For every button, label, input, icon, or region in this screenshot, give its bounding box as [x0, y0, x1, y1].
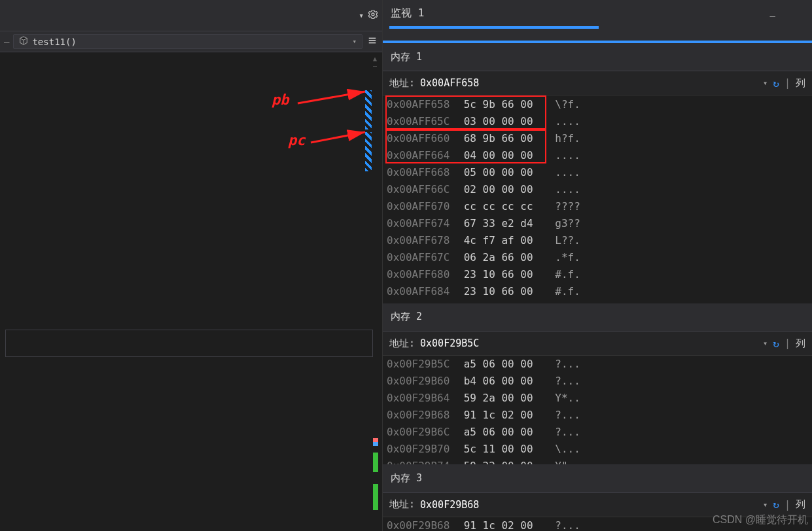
split-icon[interactable] [366, 35, 378, 48]
columns-label[interactable]: 列 [796, 337, 805, 350]
mem-ascii: #.f. [542, 268, 580, 281]
mem-ascii: .*f. [542, 251, 580, 264]
columns-label[interactable]: 列 [796, 77, 805, 90]
mem-addr: 0x00F29B6C [387, 426, 457, 438]
memory-row[interactable]: 0x00F29B64 59 2a 00 00 Y*.. [383, 390, 812, 407]
mem-ascii: .... [542, 183, 580, 196]
mem-addr: 0x00F29B74 [387, 460, 457, 464]
minimap[interactable] [373, 438, 378, 530]
address-label: 地址: [389, 77, 415, 90]
memory-row[interactable]: 0x00F29B5C a5 06 00 00 ?... [383, 356, 812, 373]
memory-row[interactable]: 0x00AFF674 67 33 e2 d4 g3?? [383, 214, 812, 231]
memory-row[interactable]: 0x00AFF680 23 10 66 00 #.f. [383, 266, 812, 283]
mem-addr: 0x00AFF678 [387, 234, 457, 247]
refresh-icon[interactable]: ↻ [773, 77, 779, 90]
memory-row[interactable]: 0x00AFF67C 06 2a 66 00 .*f. [383, 248, 812, 266]
annotation-pb: pb [272, 92, 289, 108]
address-value[interactable]: 0x00AFF658 [420, 77, 758, 89]
scroll-hint: ▲– [370, 55, 380, 69]
mem-bytes: 5c 9b 66 00 [457, 98, 542, 111]
mem-bytes: 04 00 00 00 [457, 149, 542, 162]
address-value[interactable]: 0x00F29B68 [420, 499, 758, 511]
mem-addr: 0x00AFF65C [387, 115, 457, 128]
memory3-title: 内存 3 [391, 472, 422, 485]
breadcrumb-row: – test11() ▾ [0, 31, 382, 52]
dropdown-chevron-icon[interactable]: ▾ [359, 10, 364, 20]
chevron-down-icon[interactable]: ▾ [763, 78, 768, 88]
memory1-body[interactable]: 0x00AFF658 5c 9b 66 00 \?f.0x00AFF65C 03… [383, 95, 812, 303]
editor-body[interactable]: ▲– pb pc [0, 52, 382, 531]
memory1-address-row: 地址: 0x00AFF658 ▾ ↻ | 列 [383, 71, 812, 95]
mem-addr: 0x00F29B68 [387, 519, 457, 531]
mem-ascii: h?f. [542, 132, 580, 145]
code-editor-pane: ▾ – test11() ▾ ▲– pb [0, 0, 383, 531]
breadcrumb-text: test11() [32, 37, 348, 47]
mem-addr: 0x00AFF688 [387, 302, 457, 303]
memory-row[interactable]: 0x00F29B60 b4 06 00 00 ?... [383, 373, 812, 390]
memory-row[interactable]: 0x00F29B68 91 1c 02 00 ?... [383, 407, 812, 424]
mem-ascii: ?... [542, 519, 580, 531]
arrow-pb [294, 85, 373, 118]
memory-row[interactable]: 0x00AFF65C 03 00 00 00 .... [383, 112, 812, 129]
svg-rect-1 [369, 38, 376, 39]
svg-rect-2 [369, 43, 376, 44]
memory-row[interactable]: 0x00AFF658 5c 9b 66 00 \?f. [383, 95, 812, 112]
watch-title: 监视 1 [391, 7, 424, 20]
chevron-down-icon[interactable]: ▾ [763, 500, 768, 509]
memory-row[interactable]: 0x00AFF684 23 10 66 00 #.f. [383, 283, 812, 300]
memory2-body[interactable]: 0x00F29B5C a5 06 00 00 ?...0x00F29B60 b4… [383, 356, 812, 464]
watermark: CSDN @睡觉待开机 [713, 513, 808, 527]
refresh-icon[interactable]: ↻ [773, 337, 779, 350]
memory-row[interactable]: 0x00AFF664 04 00 00 00 .... [383, 146, 812, 163]
mem-bytes: cc cc cc cc [457, 200, 542, 213]
mem-addr: 0x00AFF680 [387, 268, 457, 281]
mem-addr: 0x00F29B64 [387, 392, 457, 404]
memory1-header[interactable]: 内存 1 [383, 43, 812, 72]
memory2-header[interactable]: 内存 2 [383, 303, 812, 332]
mem-bytes: 59 2a 00 00 [457, 392, 542, 404]
mem-addr: 0x00AFF670 [387, 200, 457, 213]
watch-selected-underline [389, 26, 599, 29]
mem-bytes: 91 1c 02 00 [457, 519, 542, 531]
columns-label[interactable]: 列 [796, 498, 805, 511]
mem-addr: 0x00AFF684 [387, 285, 457, 298]
mem-bytes: 59 22 00 00 [457, 460, 542, 464]
divider: | [785, 77, 790, 89]
mem-ascii: ?... [542, 358, 580, 370]
divider: | [785, 337, 790, 349]
chevron-down-icon[interactable]: ▾ [763, 339, 768, 348]
mem-ascii: ???? [542, 200, 580, 213]
mem-ascii: ?... [542, 409, 580, 421]
panel-blue-strip [383, 41, 812, 43]
watch-panel: 监视 1 – [383, 0, 812, 43]
memory-row[interactable]: 0x00F29B6C a5 06 00 00 ?... [383, 424, 812, 441]
memory-row[interactable]: 0x00AFF66C 02 00 00 00 .... [383, 180, 812, 197]
mem-bytes: 23 10 66 00 [457, 268, 542, 281]
memory-row[interactable]: 0x00AFF660 68 9b 66 00 h?f. [383, 129, 812, 146]
memory-row[interactable]: 0x00AFF688 00 e0 8f 00 .??. [383, 300, 812, 303]
address-value[interactable]: 0x00F29B5C [420, 337, 758, 349]
mem-ascii: ?... [542, 375, 580, 387]
mem-ascii: #.f. [542, 285, 580, 298]
breadcrumb-scope[interactable]: test11() ▾ [13, 34, 362, 49]
mem-ascii: .... [542, 149, 580, 162]
svg-rect-0 [369, 40, 376, 41]
mem-ascii: .... [542, 115, 580, 128]
svg-line-3 [298, 92, 365, 103]
memory-row[interactable]: 0x00F29B74 59 22 00 00 Y".. [383, 458, 812, 464]
refresh-icon[interactable]: ↻ [773, 498, 779, 511]
mem-addr: 0x00AFF66C [387, 183, 457, 196]
memory-row[interactable]: 0x00AFF668 05 00 00 00 .... [383, 163, 812, 180]
memory3-header[interactable]: 内存 3 [383, 464, 812, 493]
gear-icon[interactable] [368, 9, 378, 22]
chevron-down-icon[interactable]: ▾ [352, 37, 357, 46]
mem-ascii: .??. [542, 302, 580, 303]
mem-addr: 0x00AFF664 [387, 149, 457, 162]
memory-row[interactable]: 0x00AFF670 cc cc cc cc ???? [383, 197, 812, 214]
mem-bytes: 91 1c 02 00 [457, 409, 542, 421]
address-label: 地址: [389, 337, 415, 350]
memory-row[interactable]: 0x00F29B70 5c 11 00 00 \... [383, 441, 812, 458]
cube-icon [19, 36, 28, 47]
memory-row[interactable]: 0x00AFF678 4c f7 af 00 L??. [383, 231, 812, 248]
mem-ascii: Y".. [542, 460, 580, 464]
